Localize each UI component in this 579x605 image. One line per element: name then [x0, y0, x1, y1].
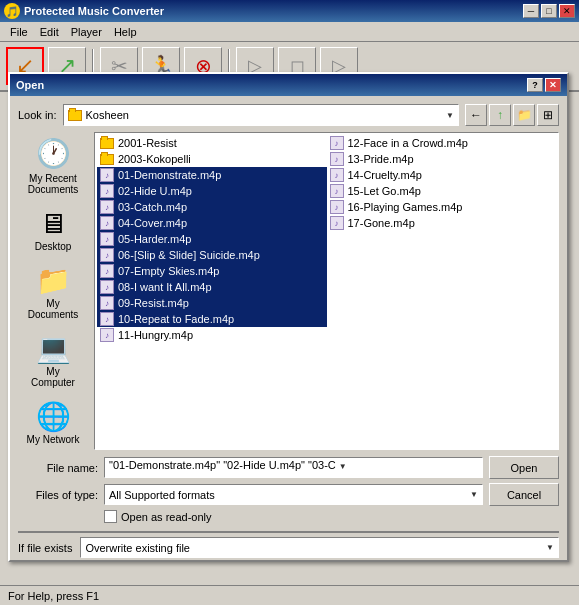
- nav-computer-label: My Computer: [24, 366, 82, 388]
- music-icon: ♪: [329, 184, 345, 198]
- filetype-value: All Supported formats: [109, 489, 215, 501]
- list-item[interactable]: ♪ 11-Hungry.m4p: [97, 327, 327, 343]
- ifexists-select[interactable]: Overwrite existing file ▼: [80, 537, 559, 558]
- nav-documents-label: My Documents: [24, 298, 82, 320]
- view-button[interactable]: ⊞: [537, 104, 559, 126]
- folder-icon: [99, 136, 115, 150]
- music-icon: ♪: [99, 296, 115, 310]
- back-button[interactable]: ←: [465, 104, 487, 126]
- list-item[interactable]: ♪ 12-Face in a Crowd.m4p: [327, 135, 557, 151]
- folder-icon: [68, 110, 82, 121]
- filename-label: File name:: [18, 462, 98, 474]
- filename-dropdown-arrow: ▼: [339, 462, 347, 471]
- music-icon: ♪: [99, 264, 115, 278]
- status-text: For Help, press F1: [8, 590, 99, 602]
- dialog-title: Open: [16, 79, 527, 91]
- window-controls: ─ □ ✕: [523, 4, 575, 18]
- app-icon: 🎵: [4, 3, 20, 19]
- lookin-row: Look in: Kosheen ▼ ← ↑ 📁 ⊞: [18, 104, 559, 126]
- list-item[interactable]: ♪ 05-Harder.m4p: [97, 231, 327, 247]
- list-item[interactable]: ♪ 16-Playing Games.m4p: [327, 199, 557, 215]
- close-button[interactable]: ✕: [559, 4, 575, 18]
- title-bar: 🎵 Protected Music Converter ─ □ ✕: [0, 0, 579, 22]
- filename-row: File name: "01-Demonstrate.m4p" "02-Hide…: [18, 456, 559, 479]
- music-icon: ♪: [329, 216, 345, 230]
- list-item[interactable]: ♪ 10-Repeat to Fade.m4p: [97, 311, 327, 327]
- nav-desktop-label: Desktop: [35, 241, 72, 252]
- file-list-columns: 2001-Resist 2003-Kokopelli ♪ 01-Demonstr…: [97, 135, 556, 343]
- music-icon: ♪: [99, 168, 115, 182]
- filetype-select[interactable]: All Supported formats ▼: [104, 484, 483, 505]
- list-item[interactable]: ♪ 14-Cruelty.m4p: [327, 167, 557, 183]
- readonly-row: Open as read-only: [18, 510, 559, 523]
- ifexists-row: If file exists Overwrite existing file ▼: [18, 531, 559, 558]
- file-col-left: 2001-Resist 2003-Kokopelli ♪ 01-Demonstr…: [97, 135, 327, 343]
- list-item[interactable]: ♪ 06-[Slip & Slide] Suicide.m4p: [97, 247, 327, 263]
- music-icon: ♪: [99, 200, 115, 214]
- file-col-right: ♪ 12-Face in a Crowd.m4p ♪ 13-Pride.m4p …: [327, 135, 557, 343]
- cancel-button[interactable]: Cancel: [489, 483, 559, 506]
- ifexists-label: If file exists: [18, 542, 72, 554]
- nav-computer[interactable]: 💻 My Computer: [21, 327, 85, 393]
- music-icon: ♪: [99, 232, 115, 246]
- music-icon: ♪: [329, 168, 345, 182]
- folder-icon: [99, 152, 115, 166]
- new-folder-button[interactable]: 📁: [513, 104, 535, 126]
- dialog-close-button[interactable]: ✕: [545, 78, 561, 92]
- menu-help[interactable]: Help: [108, 25, 143, 39]
- music-icon: ♪: [99, 328, 115, 342]
- list-item[interactable]: ♪ 15-Let Go.m4p: [327, 183, 557, 199]
- up-button[interactable]: ↑: [489, 104, 511, 126]
- menu-edit[interactable]: Edit: [34, 25, 65, 39]
- documents-icon: 📁: [37, 264, 69, 296]
- list-item[interactable]: ♪ 01-Demonstrate.m4p: [97, 167, 327, 183]
- music-icon: ♪: [329, 152, 345, 166]
- nav-desktop[interactable]: 🖥 Desktop: [21, 202, 85, 257]
- nav-documents[interactable]: 📁 My Documents: [21, 259, 85, 325]
- lookin-select[interactable]: Kosheen ▼: [63, 104, 459, 126]
- list-item[interactable]: ♪ 02-Hide U.m4p: [97, 183, 327, 199]
- nav-recent-label: My RecentDocuments: [28, 173, 79, 195]
- readonly-label: Open as read-only: [121, 511, 212, 523]
- open-dialog: Open ? ✕ Look in: Kosheen ▼ ← ↑ 📁 ⊞: [8, 72, 569, 562]
- nav-panel: 🕐 My RecentDocuments 🖥 Desktop 📁 My Docu…: [18, 132, 88, 450]
- music-icon: ♪: [329, 200, 345, 214]
- desktop-icon: 🖥: [37, 207, 69, 239]
- dialog-content: Look in: Kosheen ▼ ← ↑ 📁 ⊞ 🕐 My: [10, 96, 567, 560]
- minimize-button[interactable]: ─: [523, 4, 539, 18]
- ifexists-value: Overwrite existing file: [85, 542, 190, 554]
- lookin-label: Look in:: [18, 109, 57, 121]
- dialog-title-bar: Open ? ✕: [10, 74, 567, 96]
- music-icon: ♪: [329, 136, 345, 150]
- menu-player[interactable]: Player: [65, 25, 108, 39]
- list-item[interactable]: ♪ 07-Empty Skies.m4p: [97, 263, 327, 279]
- filetype-dropdown-arrow: ▼: [470, 490, 478, 499]
- lookin-folder-name: Kosheen: [86, 109, 129, 121]
- nav-network[interactable]: 🌐 My Network: [21, 395, 85, 450]
- lookin-folder-display: Kosheen: [68, 109, 129, 121]
- menu-file[interactable]: File: [4, 25, 34, 39]
- readonly-checkbox[interactable]: [104, 510, 117, 523]
- menu-bar: File Edit Player Help: [0, 22, 579, 42]
- list-item[interactable]: ♪ 08-I want It All.m4p: [97, 279, 327, 295]
- list-item[interactable]: ♪ 03-Catch.m4p: [97, 199, 327, 215]
- ifexists-dropdown-arrow: ▼: [546, 543, 554, 552]
- open-button[interactable]: Open: [489, 456, 559, 479]
- list-item[interactable]: ♪ 13-Pride.m4p: [327, 151, 557, 167]
- list-item[interactable]: ♪ 09-Resist.m4p: [97, 295, 327, 311]
- network-icon: 🌐: [37, 400, 69, 432]
- filename-input[interactable]: "01-Demonstrate.m4p" "02-Hide U.m4p" "03…: [104, 457, 483, 478]
- app-title: Protected Music Converter: [24, 5, 523, 17]
- list-item[interactable]: ♪ 17-Gone.m4p: [327, 215, 557, 231]
- list-item[interactable]: 2001-Resist: [97, 135, 327, 151]
- dialog-controls: ? ✕: [527, 78, 561, 92]
- file-list[interactable]: 2001-Resist 2003-Kokopelli ♪ 01-Demonstr…: [94, 132, 559, 450]
- music-icon: ♪: [99, 312, 115, 326]
- nav-recent[interactable]: 🕐 My RecentDocuments: [21, 132, 85, 200]
- maximize-button[interactable]: □: [541, 4, 557, 18]
- list-item[interactable]: ♪ 04-Cover.m4p: [97, 215, 327, 231]
- dialog-help-button[interactable]: ?: [527, 78, 543, 92]
- computer-icon: 💻: [37, 332, 69, 364]
- file-area: 🕐 My RecentDocuments 🖥 Desktop 📁 My Docu…: [18, 132, 559, 450]
- list-item[interactable]: 2003-Kokopelli: [97, 151, 327, 167]
